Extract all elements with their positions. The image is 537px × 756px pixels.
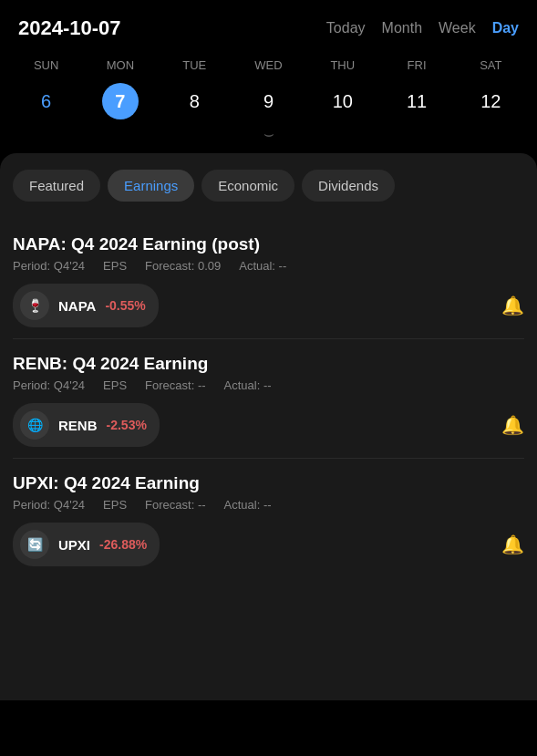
earning-title-renb: RENB: Q4 2024 Earning [13, 354, 524, 374]
header: 2024-10-07 Today Month Week Day [0, 0, 537, 49]
earning-period-napa: Period: Q4'24 [13, 259, 85, 273]
calendar: SUN MON TUE WED THU FRI SAT 6 7 8 9 10 1… [0, 49, 537, 119]
ticker-icon-napa: 🍷 [20, 291, 49, 320]
tab-earnings[interactable]: Earnings [108, 170, 194, 202]
earning-title-upxi: UPXI: Q4 2024 Earning [13, 473, 524, 493]
ticker-change-napa: -0.55% [105, 298, 145, 313]
earning-period-renb: Period: Q4'24 [13, 378, 85, 392]
earning-meta-napa: Period: Q4'24 EPS Forecast: 0.09 Actual:… [13, 259, 524, 273]
day-header-thu: THU [305, 55, 379, 76]
nav-month[interactable]: Month [382, 20, 422, 36]
day-header-mon: MON [83, 55, 157, 76]
earning-actual-upxi: Actual: -- [224, 498, 272, 512]
earning-meta-upxi: Period: Q4'24 EPS Forecast: -- Actual: -… [13, 498, 524, 512]
earning-item-napa: NAPA: Q4 2024 Earning (post) Period: Q4'… [13, 220, 524, 339]
chevron-down-icon[interactable]: ⌣ [263, 125, 274, 144]
day-header-sun: SUN [9, 55, 83, 76]
earning-item-upxi: UPXI: Q4 2024 Earning Period: Q4'24 EPS … [13, 459, 524, 577]
ticker-change-renb: -2.53% [107, 418, 147, 432]
header-nav: Today Month Week Day [326, 20, 519, 36]
ticker-pill-napa[interactable]: 🍷 NAPA -0.55% [13, 284, 159, 327]
day-header-wed: WED [232, 55, 305, 76]
day-header-tue: TUE [158, 55, 232, 76]
earning-title-napa: NAPA: Q4 2024 Earning (post) [13, 234, 524, 254]
nav-day[interactable]: Day [492, 20, 519, 36]
calendar-header: SUN MON TUE WED THU FRI SAT [9, 55, 528, 76]
ticker-row-renb: 🌐 RENB -2.53% 🔔 [13, 403, 524, 447]
day-header-sat: SAT [454, 55, 528, 76]
earning-actual-napa: Actual: -- [239, 259, 286, 273]
earning-item-renb: RENB: Q4 2024 Earning Period: Q4'24 EPS … [13, 339, 524, 459]
earning-type-renb: EPS [103, 378, 127, 392]
cal-day-9[interactable]: 9 [232, 84, 305, 119]
tab-featured[interactable]: Featured [13, 170, 100, 202]
cal-day-7[interactable]: 7 [102, 83, 139, 119]
ticker-pill-renb[interactable]: 🌐 RENB -2.53% [13, 403, 160, 447]
bell-icon-napa[interactable]: 🔔 [501, 295, 524, 316]
chevron-row: ⌣ [0, 119, 537, 153]
ticker-row-napa: 🍷 NAPA -0.55% 🔔 [13, 284, 524, 327]
tab-economic[interactable]: Economic [201, 170, 294, 202]
cal-day-11[interactable]: 11 [379, 84, 453, 119]
ticker-pill-upxi[interactable]: 🔄 UPXI -26.88% [13, 523, 160, 566]
earning-actual-renb: Actual: -- [224, 378, 272, 392]
earning-forecast-napa: Forecast: 0.09 [145, 259, 221, 273]
nav-today[interactable]: Today [326, 20, 366, 36]
ticker-name-napa: NAPA [58, 298, 96, 314]
cal-day-10[interactable]: 10 [305, 84, 379, 119]
earning-meta-renb: Period: Q4'24 EPS Forecast: -- Actual: -… [13, 378, 524, 392]
bell-icon-upxi[interactable]: 🔔 [501, 533, 524, 555]
calendar-row: 6 7 8 9 10 11 12 [9, 83, 528, 119]
ticker-name-upxi: UPXI [58, 537, 90, 553]
tabs-section: Featured Earnings Economic Dividends NAP… [0, 153, 537, 700]
day-header-fri: FRI [379, 55, 453, 76]
header-date: 2024-10-07 [18, 16, 121, 40]
bell-icon-renb[interactable]: 🔔 [501, 414, 524, 436]
earning-forecast-renb: Forecast: -- [145, 378, 205, 392]
ticker-name-renb: RENB [58, 418, 98, 433]
ticker-icon-renb: 🌐 [20, 410, 49, 440]
earning-period-upxi: Period: Q4'24 [13, 498, 85, 512]
cal-day-8[interactable]: 8 [158, 84, 232, 119]
nav-week[interactable]: Week [439, 20, 476, 36]
earning-type-upxi: EPS [103, 498, 127, 512]
ticker-row-upxi: 🔄 UPXI -26.88% 🔔 [13, 523, 524, 566]
cal-day-6[interactable]: 6 [9, 84, 83, 119]
cal-day-7-wrapper[interactable]: 7 [83, 83, 157, 119]
tab-dividends[interactable]: Dividends [302, 170, 395, 202]
ticker-icon-upxi: 🔄 [20, 530, 49, 559]
earning-forecast-upxi: Forecast: -- [145, 498, 205, 512]
cal-day-12[interactable]: 12 [454, 84, 528, 119]
tabs-row: Featured Earnings Economic Dividends [13, 170, 524, 202]
earning-type-napa: EPS [103, 259, 127, 273]
ticker-change-upxi: -26.88% [99, 537, 147, 552]
